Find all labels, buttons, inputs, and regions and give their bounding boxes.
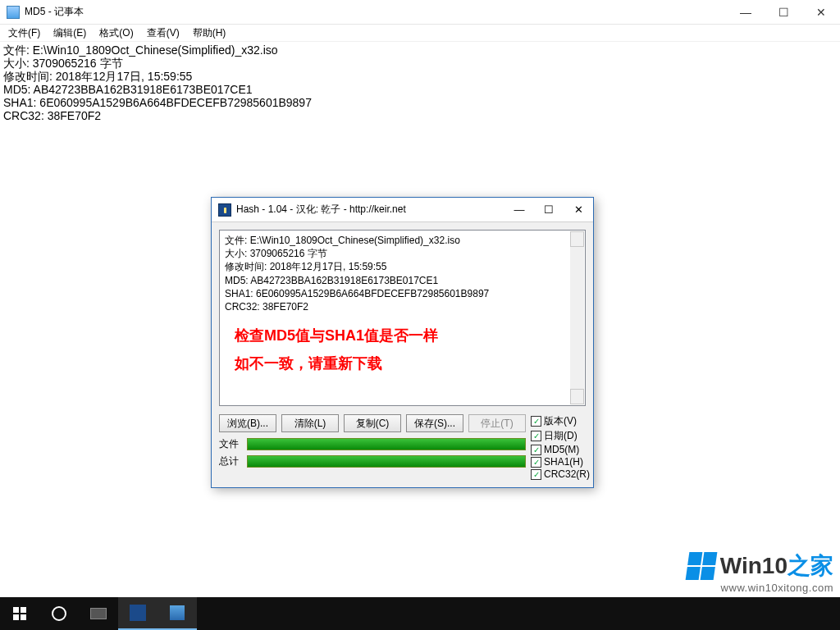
hash-textarea-scrollbar[interactable] (570, 231, 584, 404)
overlay-line2: 如不一致，请重新下载 (235, 354, 382, 373)
copy-button[interactable]: 复制(C) (344, 414, 401, 432)
file-progress-label: 文件 (219, 437, 247, 451)
clear-button[interactable]: 清除(L) (281, 414, 339, 432)
maximize-button[interactable]: ☐ (765, 0, 802, 25)
np-line: MD5: AB42723BBA162B31918E6173BE017CE1 (3, 83, 253, 96)
cortana-button[interactable] (39, 597, 79, 630)
hash-close-button[interactable]: ✕ (564, 198, 593, 222)
watermark-brand: Win10之家 (720, 550, 833, 582)
hash-line: SHA1: 6E060995A1529B6A664BFDECEFB7298560… (225, 287, 580, 300)
check-md5[interactable]: ✓MD5(M) (531, 444, 590, 455)
checkbox-icon: ✓ (531, 457, 541, 468)
np-line: 文件: E:\Win10_1809Oct_Chinese(Simplified)… (3, 43, 278, 57)
taskbar (0, 597, 840, 630)
menu-help[interactable]: 帮助(H) (186, 25, 233, 42)
app-icon (90, 608, 107, 619)
svg-rect-3 (21, 614, 26, 620)
close-button[interactable]: ✕ (802, 0, 840, 25)
taskbar-app-1[interactable] (79, 597, 118, 630)
svg-rect-1 (21, 607, 26, 613)
hash-line: 文件: E:\Win10_1809Oct_Chinese(Simplified)… (225, 234, 580, 247)
menu-edit[interactable]: 编辑(E) (47, 25, 93, 42)
check-sha1[interactable]: ✓SHA1(H) (531, 456, 590, 468)
hash-window: Hash - 1.04 - 汉化: 乾子 - http://keir.net —… (211, 197, 594, 488)
hash-output-textarea[interactable]: 文件: E:\Win10_1809Oct_Chinese(Simplified)… (219, 230, 586, 406)
hash-line: MD5: AB42723BBA162B31918E6173BE017CE1 (225, 274, 580, 287)
overlay-line1: 检查MD5值与SHA1值是否一样 (235, 326, 438, 345)
save-button[interactable]: 保存(S)... (406, 414, 463, 432)
np-line: CRC32: 38FE70F2 (3, 109, 101, 122)
checkbox-icon: ✓ (531, 445, 541, 455)
svg-rect-0 (13, 607, 19, 613)
checkbox-icon: ✓ (531, 431, 541, 441)
checkbox-icon: ✓ (531, 416, 541, 427)
np-line: 大小: 3709065216 字节 (3, 57, 123, 70)
notepad-icon (7, 6, 20, 19)
total-progress-label: 总计 (219, 454, 247, 468)
hash-titlebar[interactable]: Hash - 1.04 - 汉化: 乾子 - http://keir.net —… (212, 198, 593, 222)
hash-app-icon (218, 203, 231, 217)
notepad-taskbar-icon (170, 605, 185, 620)
start-button[interactable] (0, 597, 39, 630)
menu-file[interactable]: 文件(F) (2, 25, 47, 42)
stop-button: 停止(T) (468, 414, 526, 432)
hash-line: 修改时间: 2018年12月17日, 15:59:55 (225, 260, 580, 273)
check-date[interactable]: ✓日期(D) (531, 429, 590, 443)
checkbox-icon: ✓ (531, 469, 541, 480)
total-progress-bar (247, 455, 526, 468)
menu-format[interactable]: 格式(O) (93, 25, 139, 42)
notepad-menubar: 文件(F) 编辑(E) 格式(O) 查看(V) 帮助(H) (0, 25, 840, 42)
np-line: 修改时间: 2018年12月17日, 15:59:55 (3, 70, 192, 83)
minimize-button[interactable]: — (727, 0, 765, 25)
check-crc32[interactable]: ✓CRC32(R) (531, 468, 590, 480)
windows-logo-icon (685, 552, 717, 580)
file-progress-bar (247, 438, 526, 450)
taskbar-hash-app[interactable] (118, 597, 158, 630)
hash-maximize-button[interactable]: ☐ (534, 198, 564, 222)
browse-button[interactable]: 浏览(B)... (219, 414, 276, 432)
watermark: Win10之家 www.win10xitong.com (687, 550, 833, 594)
hash-title: Hash - 1.04 - 汉化: 乾子 - http://keir.net (236, 203, 504, 217)
hash-line: CRC32: 38FE70F2 (225, 300, 580, 313)
watermark-url: www.win10xitong.com (687, 582, 833, 594)
cortana-icon (52, 606, 66, 621)
hash-line: 大小: 3709065216 字节 (225, 247, 580, 260)
check-version[interactable]: ✓版本(V) (531, 414, 590, 428)
menu-view[interactable]: 查看(V) (140, 25, 186, 42)
notepad-title: MD5 - 记事本 (25, 5, 727, 19)
hash-minimize-button[interactable]: — (504, 198, 534, 222)
notepad-titlebar[interactable]: MD5 - 记事本 — ☐ ✕ (0, 0, 840, 25)
taskbar-notepad-app[interactable] (158, 597, 197, 630)
svg-rect-2 (13, 614, 19, 620)
np-line: SHA1: 6E060995A1529B6A664BFDECEFB7298560… (3, 96, 312, 109)
hash-icon (130, 605, 146, 621)
